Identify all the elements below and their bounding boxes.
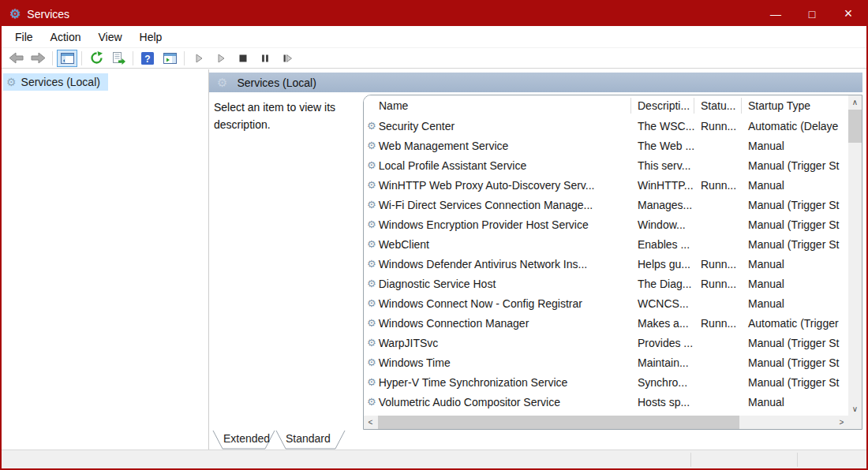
tree-item-services-local[interactable]: ⚙ Services (Local) <box>3 73 108 91</box>
service-startup-type: Manual (Trigger St <box>742 356 848 369</box>
service-startup-type: Manual <box>742 140 848 152</box>
svg-text:?: ? <box>144 53 150 64</box>
service-row[interactable]: ⚙ WarpJITSvc Provides ... Manual (Trigge… <box>364 333 848 352</box>
pause-service-icon[interactable] <box>255 50 275 67</box>
menu-bar: File Action View Help <box>2 26 866 48</box>
service-gear-icon: ⚙ <box>367 317 376 329</box>
title-bar: ⚙ Services — □ × <box>2 2 866 26</box>
show-action-pane-icon[interactable] <box>159 50 180 67</box>
service-gear-icon: ⚙ <box>367 179 376 191</box>
column-header-description[interactable]: Descripti... <box>631 98 694 114</box>
services-gear-icon: ⚙ <box>217 76 227 90</box>
services-list-panel: Name Descripti... Statu... Startup Type … <box>363 95 862 430</box>
service-name: Windows Encryption Provider Host Service <box>379 218 589 231</box>
show-console-tree-icon[interactable] <box>57 50 77 67</box>
menu-action[interactable]: Action <box>42 28 90 47</box>
refresh-icon[interactable] <box>86 50 107 67</box>
services-pane-header: ⚙ Services (Local) <box>209 73 862 92</box>
help-icon[interactable]: ? <box>137 50 158 67</box>
service-startup-type: Manual <box>742 297 848 310</box>
service-row[interactable]: ⚙ Web Management Service The Web ... Man… <box>364 136 848 155</box>
horizontal-scrollbar-thumb[interactable] <box>378 416 739 429</box>
menu-help[interactable]: Help <box>131 28 171 47</box>
forward-icon[interactable] <box>28 50 48 67</box>
service-description: Window... <box>631 218 694 231</box>
status-bar <box>2 449 866 468</box>
caption-buttons: — □ × <box>758 2 866 26</box>
service-row[interactable]: ⚙ Windows Defender Antivirus Network Ins… <box>364 254 848 274</box>
scroll-down-icon[interactable]: ∨ <box>848 402 862 416</box>
service-gear-icon: ⚙ <box>367 376 376 388</box>
service-row[interactable]: ⚙ Windows Connect Now - Config Registrar… <box>364 293 848 313</box>
service-row[interactable]: ⚙ Windows Encryption Provider Host Servi… <box>364 214 848 234</box>
service-name: WebClient <box>379 238 429 251</box>
close-button[interactable]: × <box>830 2 866 26</box>
start-service-icon[interactable] <box>189 50 209 67</box>
horizontal-scrollbar[interactable]: < > <box>364 416 848 429</box>
service-gear-icon: ⚙ <box>367 356 376 368</box>
service-row[interactable]: ⚙ Diagnostic Service Host The Diag... Ru… <box>364 274 848 293</box>
vertical-scrollbar-thumb[interactable] <box>848 110 862 143</box>
service-row[interactable]: ⚙ Local Profile Assistant Service This s… <box>364 155 848 175</box>
service-description: This serv... <box>631 159 694 172</box>
column-header-status[interactable]: Statu... <box>694 98 742 114</box>
tab-standard[interactable]: Standard <box>286 432 331 445</box>
service-row[interactable]: ⚙ Hyper-V Time Synchronization Service S… <box>364 372 848 392</box>
service-startup-type: Manual <box>742 278 848 290</box>
resume-service-icon[interactable] <box>211 50 231 67</box>
services-gear-icon: ⚙ <box>6 76 17 88</box>
service-row[interactable]: ⚙ Windows Connection Manager Makes a... … <box>364 313 848 333</box>
service-gear-icon: ⚙ <box>367 238 376 250</box>
main-area: ⚙ Services (Local) ⚙ Services (Local) Se… <box>2 69 866 449</box>
column-header-name[interactable]: Name <box>364 98 631 114</box>
tab-extended[interactable]: Extended <box>223 432 270 445</box>
scroll-left-icon[interactable]: < <box>364 416 377 429</box>
export-list-icon[interactable] <box>108 50 129 67</box>
view-tabs: Extended Standard <box>209 431 866 449</box>
service-gear-icon: ⚙ <box>367 159 376 171</box>
service-name: Security Center <box>379 120 455 132</box>
menu-file[interactable]: File <box>6 28 42 47</box>
services-pane: ⚙ Services (Local) Select an item to vie… <box>209 69 866 449</box>
status-bar-divider <box>690 453 691 467</box>
service-row[interactable]: ⚙ Windows Time Maintain... Manual (Trigg… <box>364 352 848 372</box>
service-row[interactable]: ⚙ WebClient Enables ... Manual (Trigger … <box>364 234 848 254</box>
scroll-right-icon[interactable]: > <box>835 416 848 429</box>
minimize-button[interactable]: — <box>758 2 794 26</box>
toolbar-separator <box>81 51 82 65</box>
column-header-startup-type[interactable]: Startup Type <box>742 98 848 114</box>
service-description: Hosts sp... <box>631 396 694 408</box>
restart-service-icon[interactable] <box>277 50 297 67</box>
service-startup-type: Manual (Trigger St <box>742 159 848 172</box>
service-row[interactable]: ⚙ WinHTTP Web Proxy Auto-Discovery Serv.… <box>364 175 848 195</box>
back-icon[interactable] <box>6 50 26 67</box>
service-description: Enables ... <box>631 238 694 251</box>
service-row[interactable]: ⚙ Volumetric Audio Compositor Service Ho… <box>364 392 848 412</box>
service-startup-type: Manual (Trigger St <box>742 238 848 251</box>
service-status: Runn... <box>694 120 742 132</box>
service-row[interactable]: ⚙ Wi-Fi Direct Services Connection Manag… <box>364 195 848 214</box>
service-gear-icon: ⚙ <box>367 218 376 230</box>
service-name: WinHTTP Web Proxy Auto-Discovery Serv... <box>379 179 595 192</box>
service-list-rows: ⚙ Security Center The WSC... Runn... Aut… <box>364 116 848 416</box>
service-gear-icon: ⚙ <box>367 396 376 408</box>
service-row[interactable]: ⚙ Security Center The WSC... Runn... Aut… <box>364 116 848 136</box>
vertical-scrollbar[interactable]: ∧ ∨ <box>848 95 862 416</box>
maximize-button[interactable]: □ <box>794 2 830 26</box>
service-startup-type: Manual <box>742 179 848 192</box>
service-status: Runn... <box>694 258 742 270</box>
service-name: Diagnostic Service Host <box>379 278 496 290</box>
scroll-up-icon[interactable]: ∧ <box>848 95 862 109</box>
stop-service-icon[interactable] <box>233 50 253 67</box>
menu-view[interactable]: View <box>89 28 130 47</box>
service-startup-type: Manual <box>742 258 848 270</box>
service-description: WCNCS... <box>631 297 694 310</box>
toolbar-separator <box>184 51 185 65</box>
scrollbar-corner <box>848 416 862 429</box>
service-description: The Web ... <box>631 140 694 152</box>
services-pane-title: Services (Local) <box>237 76 316 89</box>
service-name: Web Management Service <box>379 140 509 152</box>
service-description: Maintain... <box>631 356 694 369</box>
service-gear-icon: ⚙ <box>367 199 376 211</box>
service-description: WinHTTP... <box>631 179 694 192</box>
